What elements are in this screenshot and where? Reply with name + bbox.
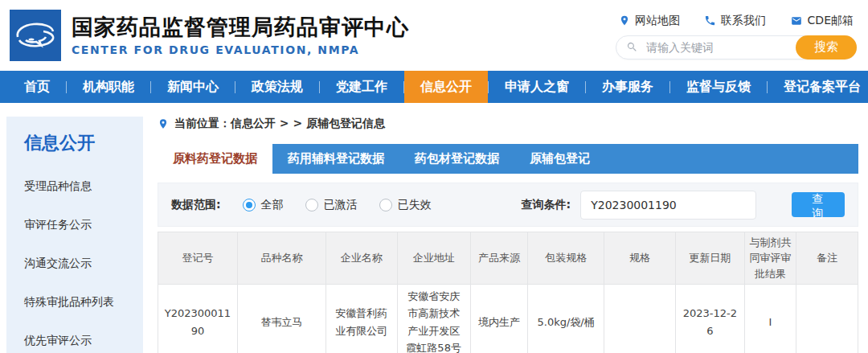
header-cell-3: 企业地址 (397, 232, 470, 285)
sidebar-item-3[interactable]: 特殊审批品种列表 (24, 295, 143, 310)
query-label: 查询条件: (522, 198, 571, 212)
contact-link[interactable]: 联系我们 (704, 14, 766, 28)
phone-icon (704, 14, 716, 27)
radio-dot-icon (243, 199, 256, 211)
nav-item-7[interactable]: 办事服务 (586, 71, 669, 103)
table-cell: 5.0kg/袋/桶 (528, 285, 604, 353)
scope-radio-0[interactable]: 全部 (243, 198, 284, 212)
table-cell: 境内生产 (470, 285, 528, 353)
search-button[interactable]: 搜索 (796, 35, 857, 60)
radio-label: 全部 (261, 198, 284, 212)
nav-item-2[interactable]: 新闻中心 (151, 71, 235, 103)
table-cell: I (744, 285, 796, 353)
sidebar-title: 信息公开 (24, 131, 143, 155)
nav-item-3[interactable]: 政策法规 (235, 71, 319, 103)
breadcrumb: 当前位置：信息公开 > > 原辅包登记信息 (158, 117, 858, 131)
header-cell-7: 更新日期 (675, 232, 744, 285)
scope-radio-2[interactable]: 已失效 (379, 198, 432, 212)
page: 国家药品监督管理局药品审评中心 CENTER FOR DRUG EVALUATI… (0, 0, 868, 353)
tab-0[interactable]: 原料药登记数据 (158, 144, 272, 174)
header-cell-0: 登记号 (158, 232, 238, 285)
table-cell: 安徽普利药业有限公司 (326, 285, 397, 353)
radio-dot-icon (379, 199, 392, 211)
tab-3[interactable]: 原辅包登记 (514, 144, 605, 174)
header-cell-6: 规格 (604, 232, 676, 285)
sidebar-item-0[interactable]: 受理品种信息 (24, 179, 143, 194)
scope-radio-1[interactable]: 已激活 (305, 198, 358, 212)
radio-label: 已失效 (398, 198, 432, 212)
tabs-bar: 原料药登记数据药用辅料登记数据药包材登记数据原辅包登记 (158, 144, 858, 174)
header-link-label: CDE邮箱 (808, 14, 854, 28)
primary-nav: 首页机构职能新闻中心政策法规党建工作信息公开申请人之窗办事服务监督与反馈登记备案… (0, 71, 868, 103)
sidebar-item-2[interactable]: 沟通交流公示 (24, 257, 143, 271)
location-icon (158, 117, 169, 130)
sidebar: 信息公开 受理品种信息审评任务公示沟通交流公示特殊审批品种列表优先审评公示突破性… (6, 117, 143, 353)
table-cell (604, 285, 676, 353)
scope-label: 数据范围: (171, 198, 221, 212)
table-cell: 替韦立马 (237, 285, 326, 353)
main-panel: 当前位置：信息公开 > > 原辅包登记信息 原料药登记数据药用辅料登记数据药包材… (158, 117, 858, 353)
radio-dot-icon (305, 199, 318, 211)
table-cell: 安徽省安庆市高新技术产业开发区霞虹路58号 (397, 285, 470, 353)
header-right: 网站地图联系我们CDE邮箱 搜索 (616, 12, 857, 60)
sidebar-item-4[interactable]: 优先审评公示 (24, 334, 143, 348)
mailbox-link[interactable]: CDE邮箱 (790, 14, 854, 28)
table-cell: 2023-12-26 (675, 285, 744, 353)
site-header: 国家药品监督管理局药品审评中心 CENTER FOR DRUG EVALUATI… (0, 0, 868, 71)
cde-logo-icon (10, 10, 61, 61)
nav-item-5[interactable]: 信息公开 (404, 71, 488, 103)
site-search-bar: 搜索 (616, 35, 857, 60)
tab-2[interactable]: 药包材登记数据 (399, 144, 514, 174)
mail-icon (790, 15, 803, 27)
location-icon (619, 14, 630, 27)
nav-item-8[interactable]: 监督与反馈 (670, 71, 767, 103)
site-title: 国家药品监督管理局药品审评中心 (72, 14, 409, 39)
search-icon (626, 41, 638, 53)
nav-item-1[interactable]: 机构职能 (67, 71, 150, 103)
header-link-label: 联系我们 (721, 14, 766, 28)
table-cell: Y20230001190 (158, 285, 238, 353)
radio-label: 已激活 (324, 198, 358, 212)
nav-item-0[interactable]: 首页 (8, 71, 66, 103)
sitemap-link[interactable]: 网站地图 (619, 14, 680, 28)
tab-1[interactable]: 药用辅料登记数据 (272, 144, 399, 174)
query-button[interactable]: 查询 (792, 192, 845, 217)
header-cell-9: 备注 (796, 232, 858, 285)
util-links: 网站地图联系我们CDE邮箱 (616, 14, 857, 28)
table-header-row: 登记号品种名称企业名称企业地址产品来源包装规格规格更新日期与制剂共同审评审批结果… (158, 232, 858, 285)
brand-text: 国家药品监督管理局药品审评中心 CENTER FOR DRUG EVALUATI… (72, 14, 409, 56)
filter-bar: 数据范围: 全部已激活已失效 查询条件: 查询 (158, 183, 858, 227)
site-subtitle-en: CENTER FOR DRUG EVALUATION, NMPA (72, 43, 409, 56)
header-cell-4: 产品来源 (470, 232, 528, 285)
scope-radio-group: 全部已激活已失效 (221, 198, 432, 212)
nav-item-4[interactable]: 党建工作 (320, 71, 403, 103)
query-input[interactable] (580, 191, 756, 220)
header-link-label: 网站地图 (635, 14, 680, 28)
header-cell-5: 包装规格 (528, 232, 604, 285)
brand: 国家药品监督管理局药品审评中心 CENTER FOR DRUG EVALUATI… (10, 10, 409, 61)
table-cell (796, 285, 858, 353)
registration-table: 登记号品种名称企业名称企业地址产品来源包装规格规格更新日期与制剂共同审评审批结果… (158, 232, 858, 353)
search-input[interactable] (645, 40, 796, 55)
header-cell-8: 与制剂共同审评审批结果 (744, 232, 796, 285)
content: 信息公开 受理品种信息审评任务公示沟通交流公示特殊审批品种列表优先审评公示突破性… (0, 103, 868, 353)
header-cell-1: 品种名称 (237, 232, 326, 285)
nav-item-6[interactable]: 申请人之窗 (489, 71, 585, 103)
sidebar-item-1[interactable]: 审评任务公示 (24, 218, 143, 232)
breadcrumb-text: 当前位置：信息公开 > > 原辅包登记信息 (174, 117, 385, 131)
nav-item-9[interactable]: 登记备案平台 (768, 71, 868, 103)
header-cell-2: 企业名称 (326, 232, 397, 285)
sidebar-items: 受理品种信息审评任务公示沟通交流公示特殊审批品种列表优先审评公示突破性治疗公示 (24, 179, 143, 353)
table-row: Y20230001190替韦立马安徽普利药业有限公司安徽省安庆市高新技术产业开发… (158, 285, 858, 353)
